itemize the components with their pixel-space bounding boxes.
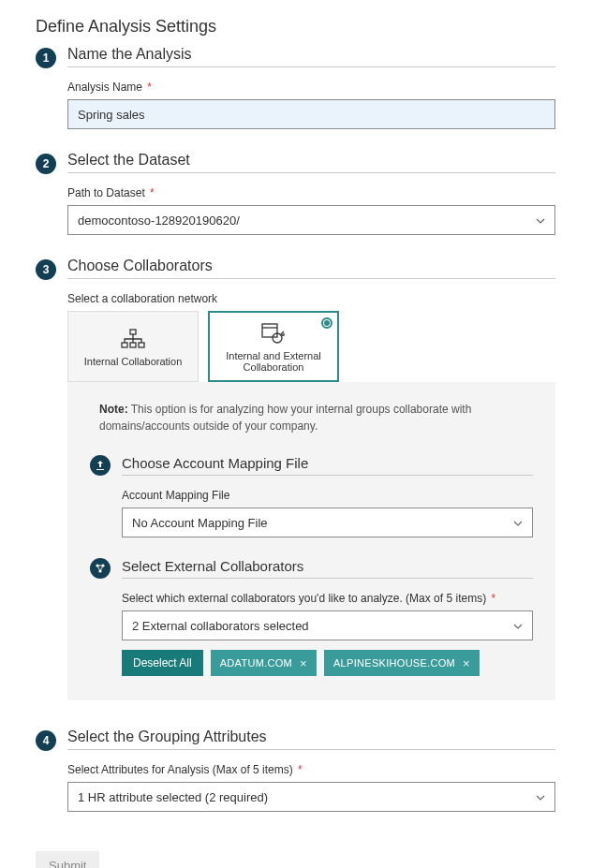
required-asterisk: * bbox=[147, 186, 155, 199]
mapping-file-label: Account Mapping File bbox=[122, 489, 533, 502]
dataset-path-label: Path to Dataset * bbox=[67, 186, 555, 199]
step-number-2: 2 bbox=[36, 154, 56, 174]
subsection-external-collaborators: Select External Collaborators Select whi… bbox=[90, 558, 533, 676]
mapping-heading: Choose Account Mapping File bbox=[122, 455, 533, 476]
analysis-name-label: Analysis Name * bbox=[67, 81, 555, 94]
svg-rect-0 bbox=[130, 330, 136, 334]
svg-rect-4 bbox=[262, 324, 277, 337]
chevron-down-icon bbox=[536, 214, 545, 226]
step-choose-collaborators: 3 Choose Collaborators Select a collabor… bbox=[36, 257, 555, 700]
step2-heading: Select the Dataset bbox=[67, 152, 555, 173]
card-internal-collaboration[interactable]: Internal Collaboration bbox=[67, 311, 199, 382]
external-collab-panel: Note: This option is for analyzing how y… bbox=[67, 382, 555, 700]
card-internal-external-collaboration[interactable]: Internal and External Collaboration bbox=[208, 311, 339, 382]
external-collab-label: Select which external collaborators you'… bbox=[122, 592, 533, 605]
chevron-down-icon bbox=[536, 791, 545, 802]
chip-remove-icon[interactable]: × bbox=[463, 656, 470, 670]
svg-rect-3 bbox=[139, 343, 144, 347]
chip-remove-icon[interactable]: × bbox=[300, 656, 307, 670]
step-number-1: 1 bbox=[36, 48, 56, 68]
step-name-analysis: 1 Name the Analysis Analysis Name * bbox=[36, 46, 555, 129]
subsection-account-mapping: Choose Account Mapping File Account Mapp… bbox=[90, 455, 533, 537]
collab-network-label: Select a collaboration network bbox=[67, 292, 555, 305]
upload-icon bbox=[90, 455, 111, 476]
note-text: Note: This option is for analyzing how y… bbox=[90, 401, 533, 434]
required-asterisk: * bbox=[144, 81, 152, 94]
card-both-label: Internal and External Collaboration bbox=[215, 350, 332, 373]
page-title: Define Analysis Settings bbox=[36, 17, 555, 37]
analysis-name-input[interactable] bbox=[67, 99, 555, 129]
card-internal-label: Internal Collaboration bbox=[84, 356, 183, 367]
deselect-all-button[interactable]: Deselect All bbox=[122, 650, 203, 676]
step-select-dataset: 2 Select the Dataset Path to Dataset * d… bbox=[36, 152, 555, 235]
step-number-3: 3 bbox=[36, 259, 56, 280]
grouping-attr-label: Select Attributes for Analysis (Max of 5… bbox=[67, 763, 555, 776]
submit-button[interactable]: Submit bbox=[36, 851, 99, 868]
hierarchy-icon bbox=[120, 326, 146, 352]
step1-heading: Name the Analysis bbox=[67, 46, 555, 67]
external-collab-icon bbox=[259, 320, 288, 346]
dataset-path-select[interactable]: democontoso-128920190620/ bbox=[67, 205, 555, 235]
network-icon bbox=[90, 558, 111, 579]
svg-rect-2 bbox=[130, 343, 136, 347]
step4-heading: Select the Grouping Attributes bbox=[67, 728, 555, 750]
step-grouping-attributes: 4 Select the Grouping Attributes Select … bbox=[36, 728, 555, 812]
required-asterisk: * bbox=[488, 592, 495, 605]
grouping-attr-select[interactable]: 1 HR attribute selected (2 required) bbox=[67, 782, 555, 812]
chip-alpineskihouse: ALPINESKIHOUSE.COM × bbox=[324, 650, 480, 676]
mapping-file-select[interactable]: No Account Mapping File bbox=[122, 508, 533, 537]
external-heading: Select External Collaborators bbox=[122, 558, 533, 579]
required-asterisk: * bbox=[295, 763, 303, 776]
external-collab-select[interactable]: 2 External collaborators selected bbox=[122, 611, 533, 640]
step-number-4: 4 bbox=[36, 730, 56, 751]
selected-radio-icon bbox=[321, 317, 332, 329]
chevron-down-icon bbox=[513, 517, 523, 528]
chip-adatum: ADATUM.COM × bbox=[211, 650, 317, 676]
chevron-down-icon bbox=[513, 620, 523, 631]
svg-rect-1 bbox=[122, 343, 127, 347]
step3-heading: Choose Collaborators bbox=[67, 257, 555, 279]
